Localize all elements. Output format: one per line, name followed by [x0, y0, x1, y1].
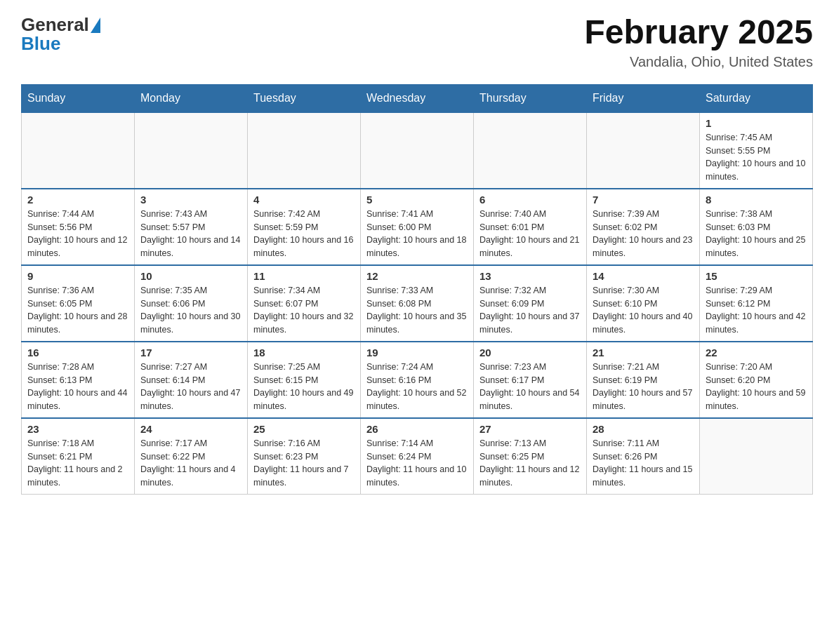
day-number: 21 — [593, 347, 694, 358]
day-cell: 10Sunrise: 7:35 AM Sunset: 6:06 PM Dayli… — [135, 265, 248, 342]
day-info: Sunrise: 7:17 AM Sunset: 6:22 PM Dayligh… — [140, 437, 241, 490]
day-info: Sunrise: 7:28 AM Sunset: 6:13 PM Dayligh… — [27, 361, 128, 413]
day-number: 11 — [253, 270, 355, 282]
day-number: 14 — [593, 270, 694, 282]
day-cell — [587, 112, 700, 189]
day-info: Sunrise: 7:32 AM Sunset: 6:09 PM Dayligh… — [479, 284, 581, 337]
day-info: Sunrise: 7:27 AM Sunset: 6:14 PM Dayligh… — [140, 361, 241, 413]
day-cell: 2Sunrise: 7:44 AM Sunset: 5:56 PM Daylig… — [22, 189, 135, 265]
logo-blue: Blue — [21, 33, 60, 55]
day-cell — [135, 112, 248, 189]
day-info: Sunrise: 7:39 AM Sunset: 6:02 PM Dayligh… — [593, 208, 694, 260]
day-info: Sunrise: 7:20 AM Sunset: 6:20 PM Dayligh… — [706, 361, 807, 413]
day-cell: 24Sunrise: 7:17 AM Sunset: 6:22 PM Dayli… — [135, 418, 248, 495]
col-header-monday: Monday — [135, 84, 248, 112]
day-number: 28 — [593, 423, 694, 435]
day-info: Sunrise: 7:43 AM Sunset: 5:57 PM Dayligh… — [140, 208, 241, 260]
day-info: Sunrise: 7:29 AM Sunset: 6:12 PM Dayligh… — [706, 284, 807, 337]
day-number: 10 — [140, 270, 241, 282]
week-row-4: 16Sunrise: 7:28 AM Sunset: 6:13 PM Dayli… — [22, 342, 813, 418]
day-number: 22 — [706, 347, 807, 358]
day-number: 20 — [479, 347, 581, 358]
day-info: Sunrise: 7:34 AM Sunset: 6:07 PM Dayligh… — [253, 284, 355, 337]
day-number: 23 — [27, 423, 128, 435]
day-number: 15 — [706, 270, 807, 282]
day-cell: 14Sunrise: 7:30 AM Sunset: 6:10 PM Dayli… — [587, 265, 700, 342]
day-info: Sunrise: 7:44 AM Sunset: 5:56 PM Dayligh… — [27, 208, 128, 260]
day-info: Sunrise: 7:21 AM Sunset: 6:19 PM Dayligh… — [593, 361, 694, 413]
day-cell: 22Sunrise: 7:20 AM Sunset: 6:20 PM Dayli… — [700, 342, 813, 418]
day-info: Sunrise: 7:40 AM Sunset: 6:01 PM Dayligh… — [479, 208, 581, 260]
day-info: Sunrise: 7:24 AM Sunset: 6:16 PM Dayligh… — [366, 361, 468, 413]
calendar-header-row: SundayMondayTuesdayWednesdayThursdayFrid… — [22, 84, 813, 112]
day-number: 4 — [253, 194, 355, 206]
day-number: 5 — [366, 194, 468, 206]
day-info: Sunrise: 7:11 AM Sunset: 6:26 PM Dayligh… — [593, 437, 694, 490]
day-info: Sunrise: 7:42 AM Sunset: 5:59 PM Dayligh… — [253, 208, 355, 260]
day-number: 8 — [706, 194, 807, 206]
day-cell: 15Sunrise: 7:29 AM Sunset: 6:12 PM Dayli… — [700, 265, 813, 342]
col-header-saturday: Saturday — [700, 84, 813, 112]
day-cell: 5Sunrise: 7:41 AM Sunset: 6:00 PM Daylig… — [361, 189, 474, 265]
day-cell: 11Sunrise: 7:34 AM Sunset: 6:07 PM Dayli… — [248, 265, 361, 342]
week-row-1: 1Sunrise: 7:45 AM Sunset: 5:55 PM Daylig… — [22, 112, 813, 189]
col-header-wednesday: Wednesday — [361, 84, 474, 112]
day-number: 9 — [27, 270, 128, 282]
day-number: 17 — [140, 347, 241, 358]
col-header-tuesday: Tuesday — [248, 84, 361, 112]
logo: General Blue — [21, 14, 100, 55]
day-cell — [700, 418, 813, 495]
day-cell: 18Sunrise: 7:25 AM Sunset: 6:15 PM Dayli… — [248, 342, 361, 418]
day-info: Sunrise: 7:16 AM Sunset: 6:23 PM Dayligh… — [253, 437, 355, 490]
day-cell: 3Sunrise: 7:43 AM Sunset: 5:57 PM Daylig… — [135, 189, 248, 265]
day-number: 24 — [140, 423, 241, 435]
day-cell: 23Sunrise: 7:18 AM Sunset: 6:21 PM Dayli… — [22, 418, 135, 495]
day-cell: 9Sunrise: 7:36 AM Sunset: 6:05 PM Daylig… — [22, 265, 135, 342]
col-header-sunday: Sunday — [22, 84, 135, 112]
day-cell — [248, 112, 361, 189]
week-row-5: 23Sunrise: 7:18 AM Sunset: 6:21 PM Dayli… — [22, 418, 813, 495]
day-cell: 19Sunrise: 7:24 AM Sunset: 6:16 PM Dayli… — [361, 342, 474, 418]
day-info: Sunrise: 7:38 AM Sunset: 6:03 PM Dayligh… — [706, 208, 807, 260]
day-number: 27 — [479, 423, 581, 435]
day-number: 1 — [706, 117, 807, 129]
day-cell: 25Sunrise: 7:16 AM Sunset: 6:23 PM Dayli… — [248, 418, 361, 495]
day-number: 2 — [27, 194, 128, 206]
day-cell: 13Sunrise: 7:32 AM Sunset: 6:09 PM Dayli… — [474, 265, 587, 342]
day-number: 25 — [253, 423, 355, 435]
day-cell: 7Sunrise: 7:39 AM Sunset: 6:02 PM Daylig… — [587, 189, 700, 265]
location: Vandalia, Ohio, United States — [584, 54, 813, 70]
col-header-thursday: Thursday — [474, 84, 587, 112]
day-info: Sunrise: 7:41 AM Sunset: 6:00 PM Dayligh… — [366, 208, 468, 260]
calendar-table: SundayMondayTuesdayWednesdayThursdayFrid… — [21, 84, 813, 495]
day-cell — [22, 112, 135, 189]
logo-triangle-icon — [91, 18, 100, 33]
day-cell: 16Sunrise: 7:28 AM Sunset: 6:13 PM Dayli… — [22, 342, 135, 418]
day-number: 12 — [366, 270, 468, 282]
day-cell: 1Sunrise: 7:45 AM Sunset: 5:55 PM Daylig… — [700, 112, 813, 189]
day-number: 6 — [479, 194, 581, 206]
day-cell: 28Sunrise: 7:11 AM Sunset: 6:26 PM Dayli… — [587, 418, 700, 495]
day-number: 3 — [140, 194, 241, 206]
day-info: Sunrise: 7:30 AM Sunset: 6:10 PM Dayligh… — [593, 284, 694, 337]
day-cell: 27Sunrise: 7:13 AM Sunset: 6:25 PM Dayli… — [474, 418, 587, 495]
day-info: Sunrise: 7:35 AM Sunset: 6:06 PM Dayligh… — [140, 284, 241, 337]
day-info: Sunrise: 7:36 AM Sunset: 6:05 PM Dayligh… — [27, 284, 128, 337]
week-row-2: 2Sunrise: 7:44 AM Sunset: 5:56 PM Daylig… — [22, 189, 813, 265]
day-info: Sunrise: 7:13 AM Sunset: 6:25 PM Dayligh… — [479, 437, 581, 490]
month-title: February 2025 — [584, 14, 813, 51]
day-number: 19 — [366, 347, 468, 358]
day-cell: 20Sunrise: 7:23 AM Sunset: 6:17 PM Dayli… — [474, 342, 587, 418]
day-cell: 6Sunrise: 7:40 AM Sunset: 6:01 PM Daylig… — [474, 189, 587, 265]
day-number: 18 — [253, 347, 355, 358]
day-cell: 4Sunrise: 7:42 AM Sunset: 5:59 PM Daylig… — [248, 189, 361, 265]
day-info: Sunrise: 7:23 AM Sunset: 6:17 PM Dayligh… — [479, 361, 581, 413]
week-row-3: 9Sunrise: 7:36 AM Sunset: 6:05 PM Daylig… — [22, 265, 813, 342]
day-cell: 26Sunrise: 7:14 AM Sunset: 6:24 PM Dayli… — [361, 418, 474, 495]
day-cell — [361, 112, 474, 189]
day-number: 16 — [27, 347, 128, 358]
day-info: Sunrise: 7:45 AM Sunset: 5:55 PM Dayligh… — [706, 131, 807, 184]
day-cell — [474, 112, 587, 189]
day-number: 26 — [366, 423, 468, 435]
day-cell: 21Sunrise: 7:21 AM Sunset: 6:19 PM Dayli… — [587, 342, 700, 418]
